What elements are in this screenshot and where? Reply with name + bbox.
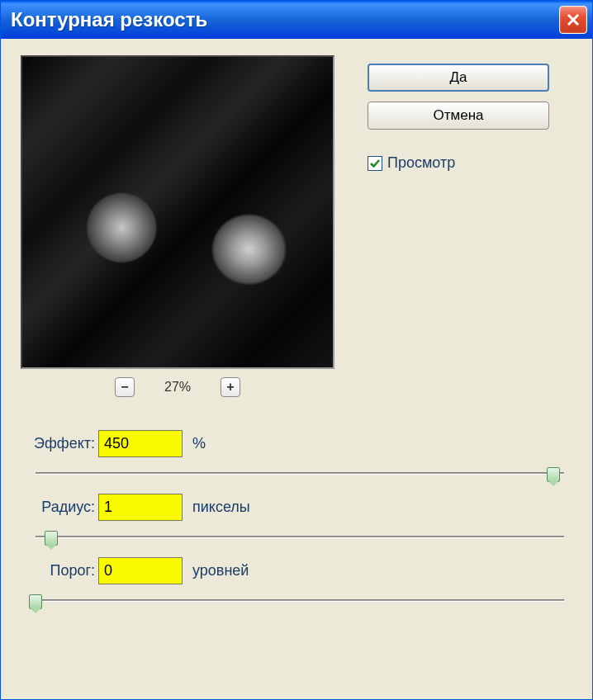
radius-row: Радиус: пикселы bbox=[21, 494, 572, 546]
zoom-in-button[interactable]: + bbox=[221, 377, 240, 397]
radius-groove bbox=[36, 536, 564, 538]
preview-section: − 27% + bbox=[21, 55, 334, 397]
preview-image bbox=[22, 57, 333, 367]
effect-row: Эффект: % bbox=[21, 430, 572, 482]
preview-box[interactable] bbox=[21, 55, 334, 369]
threshold-input[interactable] bbox=[98, 557, 183, 584]
threshold-groove bbox=[36, 599, 564, 602]
cancel-button[interactable]: Отмена bbox=[368, 102, 549, 130]
zoom-level: 27% bbox=[164, 380, 191, 395]
ok-button[interactable]: Да bbox=[368, 64, 549, 92]
zoom-controls: − 27% + bbox=[115, 377, 240, 397]
radius-input[interactable] bbox=[98, 494, 183, 521]
preview-checkbox-row: Просмотр bbox=[368, 154, 572, 172]
close-icon bbox=[565, 12, 581, 28]
threshold-row: Порог: уровней bbox=[21, 557, 572, 609]
effect-unit: % bbox=[192, 435, 206, 452]
radius-slider[interactable] bbox=[36, 529, 564, 546]
effect-groove bbox=[36, 472, 564, 475]
effect-input[interactable] bbox=[98, 430, 183, 457]
radius-thumb[interactable] bbox=[45, 531, 58, 546]
threshold-unit: уровней bbox=[192, 562, 249, 579]
titlebar: Контурная резкость bbox=[1, 1, 592, 39]
effect-thumb[interactable] bbox=[547, 467, 560, 482]
close-button[interactable] bbox=[559, 6, 587, 34]
threshold-label: Порог: bbox=[21, 562, 95, 579]
radius-label: Радиус: bbox=[21, 499, 95, 516]
threshold-slider[interactable] bbox=[36, 593, 564, 609]
checkmark-icon bbox=[369, 158, 381, 169]
dialog-content: − 27% + Да Отмена bbox=[1, 39, 592, 699]
plus-icon: + bbox=[226, 380, 234, 395]
threshold-thumb[interactable] bbox=[29, 594, 42, 609]
preview-checkbox[interactable] bbox=[368, 156, 382, 171]
unsharp-mask-dialog: Контурная резкость − 27% + bbox=[0, 0, 593, 700]
effect-slider[interactable] bbox=[36, 466, 564, 482]
threshold-inputs: Порог: уровней bbox=[21, 557, 572, 584]
zoom-out-button[interactable]: − bbox=[115, 377, 135, 397]
effect-inputs: Эффект: % bbox=[21, 430, 572, 457]
right-panel: Да Отмена Просмотр bbox=[368, 55, 572, 172]
effect-label: Эффект: bbox=[21, 435, 95, 452]
window-title: Контурная резкость bbox=[11, 8, 207, 31]
radius-unit: пикселы bbox=[192, 499, 250, 516]
radius-inputs: Радиус: пикселы bbox=[21, 494, 572, 521]
preview-checkbox-label: Просмотр bbox=[387, 154, 455, 172]
minus-icon: − bbox=[121, 380, 128, 395]
top-area: − 27% + Да Отмена bbox=[21, 55, 572, 397]
sliders-area: Эффект: % Радиус: пикселы bbox=[21, 430, 572, 609]
